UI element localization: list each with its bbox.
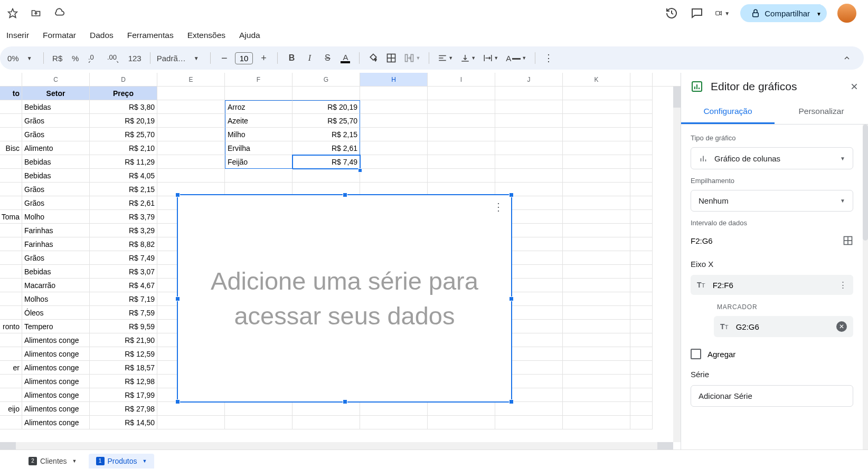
cell[interactable] (0, 237, 22, 251)
cell[interactable]: Grãos (22, 183, 90, 196)
column-header[interactable]: F (225, 73, 293, 86)
cell[interactable] (563, 347, 630, 361)
header-cell[interactable] (225, 87, 293, 100)
cloud-status-icon[interactable] (52, 6, 67, 21)
cell[interactable] (495, 100, 563, 114)
increase-font-button[interactable]: + (256, 50, 271, 66)
add-series-button[interactable]: Adicionar Série (691, 385, 853, 407)
strikethrough-button[interactable]: S (320, 50, 335, 66)
cell[interactable] (630, 402, 653, 416)
cell[interactable]: Grãos (22, 128, 90, 141)
resize-handle-n[interactable] (343, 193, 347, 197)
cell[interactable]: R$ 8,82 (90, 237, 157, 251)
cell[interactable] (428, 169, 495, 183)
zoom-dropdown[interactable]: ▼ (22, 50, 37, 66)
cell[interactable]: R$ 7,49 (90, 251, 157, 265)
cell[interactable] (360, 155, 428, 169)
cell[interactable] (0, 128, 22, 141)
resize-handle-se[interactable] (509, 399, 514, 404)
cell[interactable]: R$ 11,29 (90, 155, 157, 169)
cell[interactable]: Alimentos conge (22, 402, 90, 416)
cell[interactable] (563, 128, 630, 141)
cell[interactable]: Grãos (22, 196, 90, 210)
chart-placeholder[interactable]: Adicione uma série para acessar seus dad… (177, 194, 512, 403)
cell[interactable] (563, 210, 630, 224)
cell[interactable] (563, 375, 630, 388)
cell[interactable] (495, 416, 563, 429)
menu-dados[interactable]: Dados (88, 30, 116, 41)
header-cell[interactable]: to (0, 87, 22, 100)
x-axis-menu-icon[interactable]: ⋮ (839, 280, 847, 290)
cell[interactable]: R$ 9,59 (90, 320, 157, 333)
header-cell[interactable]: Preço (90, 87, 157, 100)
rotation-button[interactable]: A▼ (504, 50, 529, 66)
cell[interactable] (360, 141, 428, 155)
cell[interactable] (293, 416, 360, 429)
user-avatar[interactable] (837, 4, 856, 23)
cell[interactable] (563, 196, 630, 210)
column-header[interactable] (0, 73, 22, 86)
cell[interactable] (630, 237, 653, 251)
cell[interactable] (157, 141, 225, 155)
format-123-button[interactable]: 123 (126, 50, 144, 66)
cell[interactable] (495, 402, 563, 416)
meet-icon[interactable]: ▼ (715, 6, 730, 21)
cell[interactable]: eijo (0, 402, 22, 416)
decrease-font-button[interactable]: − (217, 50, 232, 66)
cell[interactable]: R$ 27,98 (90, 402, 157, 416)
increase-decimal-button[interactable]: .00 (105, 50, 123, 66)
cell[interactable] (428, 155, 495, 169)
column-header[interactable]: E (157, 73, 225, 86)
menu-extensões[interactable]: Extensões (185, 30, 228, 41)
cell[interactable] (630, 224, 653, 237)
cell[interactable]: Bisc (0, 141, 22, 155)
cell[interactable] (495, 141, 563, 155)
cell[interactable] (630, 155, 653, 169)
cell[interactable] (428, 402, 495, 416)
comments-icon[interactable] (690, 6, 704, 21)
cell[interactable]: Bebidas (22, 155, 90, 169)
cell[interactable] (157, 402, 225, 416)
cell[interactable] (563, 100, 630, 114)
cell[interactable]: Macarrão (22, 279, 90, 292)
vertical-scrollbar[interactable] (673, 87, 681, 442)
cell[interactable]: Ervilha (225, 141, 293, 155)
cell[interactable]: R$ 4,67 (90, 279, 157, 292)
cell[interactable]: Alimento (22, 141, 90, 155)
bold-button[interactable]: B (284, 50, 299, 66)
menu-inserir[interactable]: Inserir (4, 30, 31, 41)
column-header[interactable]: J (495, 73, 563, 86)
header-cell[interactable] (495, 87, 563, 100)
cell[interactable] (563, 279, 630, 292)
x-axis-range[interactable]: TT F2:F6 ⋮ (691, 275, 853, 295)
cell[interactable]: R$ 3,79 (90, 210, 157, 224)
header-cell[interactable] (428, 87, 495, 100)
cell[interactable]: R$ 7,59 (90, 306, 157, 320)
cell[interactable] (157, 128, 225, 141)
cell[interactable]: R$ 18,57 (90, 361, 157, 375)
cell[interactable] (630, 292, 653, 306)
cell[interactable] (563, 361, 630, 375)
cell[interactable] (563, 388, 630, 402)
cell[interactable] (0, 265, 22, 279)
cell[interactable] (360, 416, 428, 429)
cell[interactable] (0, 224, 22, 237)
h-align-button[interactable]: ▼ (436, 50, 455, 66)
cell[interactable]: R$ 2,10 (90, 141, 157, 155)
cell[interactable] (563, 169, 630, 183)
cell[interactable] (495, 114, 563, 128)
cell[interactable] (563, 155, 630, 169)
header-cell[interactable] (360, 87, 428, 100)
cell[interactable]: Toma (0, 210, 22, 224)
zoom-level[interactable]: 0% (7, 54, 19, 63)
resize-handle-s[interactable] (343, 399, 347, 404)
cell[interactable]: Feijão (225, 155, 293, 169)
cell[interactable]: Alimentos conge (22, 416, 90, 429)
collapse-toolbar-button[interactable] (837, 52, 856, 64)
cell[interactable] (0, 292, 22, 306)
cell[interactable] (495, 169, 563, 183)
borders-button[interactable] (384, 50, 399, 66)
cell[interactable] (563, 416, 630, 429)
cell[interactable] (563, 237, 630, 251)
header-cell[interactable] (630, 87, 653, 100)
